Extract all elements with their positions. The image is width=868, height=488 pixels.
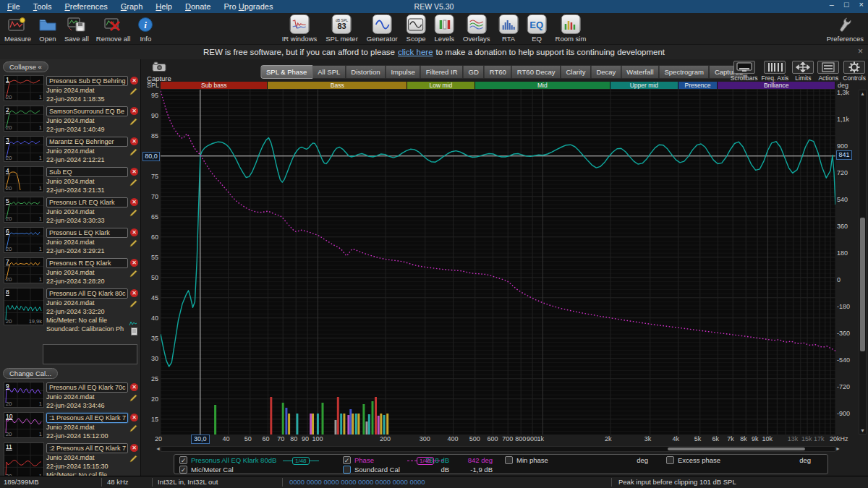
edit-pencil-icon[interactable] xyxy=(129,392,137,405)
tab-rt60[interactable]: RT60 xyxy=(485,65,512,79)
edit-pencil-icon[interactable] xyxy=(129,267,137,281)
measurement-thumbnail[interactable]: 3 20 1 xyxy=(4,136,44,162)
delete-measurement-icon[interactable]: ✕ xyxy=(130,383,138,391)
menu-tools[interactable]: Tools xyxy=(33,2,52,11)
delete-measurement-icon[interactable]: ✕ xyxy=(130,198,138,206)
toolbar-levels-button[interactable]: Levels xyxy=(435,14,454,43)
maximize-button[interactable]: □ xyxy=(844,0,849,9)
delete-measurement-icon[interactable]: ✕ xyxy=(130,289,138,297)
donation-link[interactable]: click here xyxy=(398,48,433,56)
edit-pencil-icon[interactable] xyxy=(129,207,137,220)
cal-file-icon[interactable] xyxy=(131,325,137,338)
toolbar-save-all-button[interactable]: Save all xyxy=(64,14,89,43)
delete-measurement-icon[interactable]: ✕ xyxy=(130,77,138,85)
tab-impulse[interactable]: Impulse xyxy=(386,65,420,79)
measurement-name-field[interactable]: Presonus All EQ Klark 70c xyxy=(46,382,128,393)
measurement-thumbnail[interactable]: 7 20 1 xyxy=(4,257,44,283)
scroll-left-arrow[interactable]: ◄ xyxy=(156,446,161,451)
toolbar-info-button[interactable]: i Info xyxy=(137,14,153,43)
capture-button[interactable]: Capture xyxy=(147,61,171,82)
toolbar-open-button[interactable]: Open xyxy=(38,14,57,43)
vertical-scroll-thumb[interactable] xyxy=(860,218,865,351)
measurement-name-field[interactable]: Presonus Sub EQ Behring xyxy=(46,76,128,86)
graph-control-limits[interactable]: Limits xyxy=(792,61,814,82)
collapse-button[interactable]: Collapse « xyxy=(3,61,48,72)
measurement-name-field[interactable]: Sub EQ xyxy=(46,167,128,177)
checkbox-phase[interactable]: ✓ xyxy=(343,456,351,464)
spl-phase-plot[interactable] xyxy=(161,90,835,435)
toolbar-eq-button[interactable]: EQ EQ xyxy=(527,14,547,43)
measurement-thumbnail[interactable]: 2 20 1 xyxy=(4,106,44,132)
tab-distortion[interactable]: Distortion xyxy=(346,65,386,79)
menu-pro-upgrades[interactable]: Pro Upgrades xyxy=(224,2,273,11)
vertical-scrollbar[interactable]: ▲ ▼ xyxy=(859,90,867,435)
delete-measurement-icon[interactable]: ✕ xyxy=(130,137,138,145)
checkbox-min-phase[interactable] xyxy=(505,456,513,464)
edit-pencil-icon[interactable] xyxy=(129,422,137,435)
graph-control-scrollbars[interactable]: Scrollbars xyxy=(731,61,758,82)
checkbox-presonus-all-eq-klark-80db[interactable]: ✓ xyxy=(179,456,187,464)
edit-pencil-icon[interactable] xyxy=(129,298,137,311)
measurement-name-field[interactable]: Presonus All EQ Klark 80c xyxy=(46,288,128,299)
delete-measurement-icon[interactable]: ✕ xyxy=(130,414,138,421)
toolbar-room-sim-button[interactable]: Room sim xyxy=(556,14,587,43)
tab-decay[interactable]: Decay xyxy=(591,65,621,79)
measurement-thumbnail[interactable]: 1 20 1 xyxy=(4,75,44,101)
toolbar-preferences-button[interactable]: Preferences xyxy=(827,14,864,43)
tab-filtered-ir[interactable]: Filtered IR xyxy=(421,65,464,79)
delete-measurement-icon[interactable]: ✕ xyxy=(130,168,138,176)
minimize-button[interactable]: – xyxy=(830,0,834,9)
toolbar-ir-windows-button[interactable]: IR windows xyxy=(282,14,318,43)
horizontal-scroll-thumb[interactable] xyxy=(668,448,805,450)
menu-graph[interactable]: Graph xyxy=(121,2,143,11)
menu-file[interactable]: File xyxy=(7,2,20,11)
menu-preferences[interactable]: Preferences xyxy=(64,2,107,11)
tab-spl-phase[interactable]: SPL & Phase xyxy=(260,65,312,79)
measurement-thumbnail[interactable]: 11 20 1 xyxy=(4,442,44,476)
measurement-name-field[interactable]: Marantz EQ Behringer xyxy=(46,137,128,147)
delete-measurement-icon[interactable]: ✕ xyxy=(130,444,138,452)
measurement-thumbnail[interactable]: 4 20 1 xyxy=(4,166,44,192)
graph-control-controls[interactable]: Controls xyxy=(843,61,866,82)
measurement-name-field[interactable]: :2 Presonus All EQ Klark 7 xyxy=(46,443,128,453)
tab-waterfall[interactable]: Waterfall xyxy=(621,65,659,79)
checkbox-soundcard-cal[interactable] xyxy=(343,466,351,474)
delete-measurement-icon[interactable]: ✕ xyxy=(130,259,138,267)
menu-help[interactable]: Help xyxy=(156,2,172,11)
tab-clarity[interactable]: Clarity xyxy=(561,65,592,79)
toolbar-scope-button[interactable]: Scope xyxy=(407,14,426,43)
tab-gd[interactable]: GD xyxy=(464,65,485,79)
edit-pencil-icon[interactable] xyxy=(129,146,137,159)
checkbox-mic-meter-cal[interactable]: ✓ xyxy=(179,466,187,474)
smoothing-chip[interactable]: 1/48 xyxy=(407,457,443,465)
measurement-name-field[interactable]: Presonus R EQ Klark xyxy=(46,258,128,268)
change-cal-button[interactable]: Change Cal... xyxy=(3,368,58,379)
toolbar-rta-button[interactable]: RTA xyxy=(499,14,519,43)
tab-spectrogram[interactable]: Spectrogram xyxy=(660,65,710,79)
tab-all-spl[interactable]: All SPL xyxy=(312,65,346,79)
measurement-name-field[interactable]: Presonus LR EQ Klark xyxy=(46,197,128,207)
toolbar-overlays-button[interactable]: Overlays xyxy=(463,14,490,43)
measurement-thumbnail[interactable]: 9 20 1 xyxy=(4,382,44,408)
graph-control-freq-axis[interactable]: Freq. Axis xyxy=(762,61,789,82)
scroll-right-arrow[interactable]: ► xyxy=(835,446,841,451)
edit-pencil-icon[interactable] xyxy=(129,453,137,466)
edit-pencil-icon[interactable] xyxy=(129,237,137,250)
checkbox-excess-phase[interactable] xyxy=(666,456,674,464)
tab-rt60-decay[interactable]: RT60 Decay xyxy=(512,65,561,79)
measurement-notes-box[interactable] xyxy=(43,344,137,364)
donation-close-icon[interactable]: × xyxy=(858,46,863,56)
scroll-up-arrow[interactable]: ▲ xyxy=(859,91,866,96)
measurement-name-field[interactable]: :1 Presonus All EQ Klark 7 xyxy=(46,413,128,423)
close-button[interactable]: × xyxy=(859,0,864,9)
scroll-down-arrow[interactable]: ▼ xyxy=(859,428,866,433)
graph-control-actions[interactable]: Actions xyxy=(817,61,839,82)
toolbar-remove-all-button[interactable]: Remove all xyxy=(96,14,131,43)
measurement-thumbnail[interactable]: 8 20 19,9k xyxy=(4,288,44,325)
smoothing-chip[interactable]: 1/48 xyxy=(283,457,319,465)
measurement-name-field[interactable]: SamsonSourround EQ Be xyxy=(46,106,128,116)
toolbar-generator-button[interactable]: Generator xyxy=(367,14,398,43)
delete-measurement-icon[interactable]: ✕ xyxy=(130,228,138,236)
delete-measurement-icon[interactable]: ✕ xyxy=(130,107,138,115)
toolbar-spl-meter-button[interactable]: dB SPL83 SPL meter xyxy=(326,14,358,43)
